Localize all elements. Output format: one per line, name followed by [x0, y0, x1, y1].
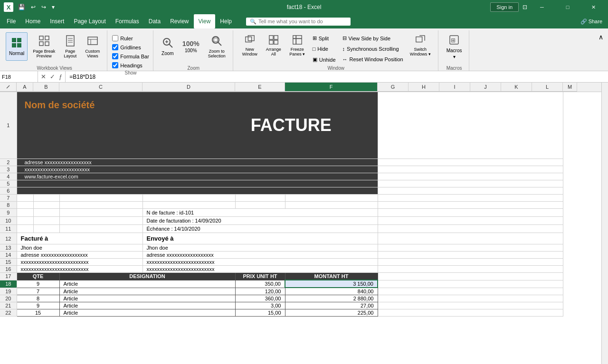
share-button[interactable]: 🔗 WindowShare [580, 19, 602, 25]
quick-access-toolbar[interactable]: 💾 ↩ ↪ ▾ [16, 3, 57, 11]
row-num-11[interactable]: 11 [0, 225, 17, 233]
menu-formulas[interactable]: Formulas [111, 14, 144, 28]
col-header-l[interactable]: L [532, 83, 563, 92]
row-num-1[interactable]: 1 [0, 92, 17, 159]
row22-montant: 225,00 [358, 310, 374, 316]
row-num-15[interactable]: 15 [0, 259, 17, 266]
col-header-e[interactable]: E [235, 83, 285, 92]
split-button[interactable]: ⊞ Split [309, 33, 339, 43]
menu-insert[interactable]: Insert [45, 14, 69, 28]
minimize-button[interactable]: ─ [531, 0, 553, 14]
vertical-scrollbar[interactable] [601, 83, 608, 364]
formula-bar-check[interactable] [112, 53, 118, 59]
row-num-2[interactable]: 2 [0, 159, 17, 166]
col-header-d[interactable]: D [142, 83, 235, 92]
zoom-button[interactable]: Zoom [158, 32, 177, 61]
page-layout-button[interactable]: PageLayout [60, 32, 80, 61]
headings-checkbox[interactable]: Headings [112, 61, 149, 69]
normal-view-button[interactable]: Normal [6, 32, 28, 61]
new-window-button[interactable]: NewWindow [238, 32, 262, 59]
col-header-b[interactable]: B [33, 83, 59, 92]
view-side-by-side-button[interactable]: ⊟ View Side by Side [339, 33, 407, 43]
ruler-check[interactable] [112, 35, 118, 41]
menu-view[interactable]: View [194, 14, 216, 28]
col-header-h[interactable]: H [408, 83, 439, 92]
reset-window-position-button[interactable]: ↔ Reset Window Position [339, 55, 407, 64]
menu-file[interactable]: File [2, 14, 20, 28]
save-button[interactable]: 💾 [16, 3, 27, 11]
row-num-10[interactable]: 10 [0, 217, 17, 225]
headings-check[interactable] [112, 62, 118, 68]
row-num-18[interactable]: 18 [0, 280, 17, 288]
select-all-button[interactable] [0, 83, 17, 92]
row-num-5[interactable]: 5 [0, 180, 17, 187]
redo-button[interactable]: ↪ [39, 3, 48, 11]
col-header-j[interactable]: J [470, 83, 501, 92]
close-button[interactable]: ✕ [582, 0, 604, 14]
row-num-19[interactable]: 19 [0, 288, 17, 295]
name-box[interactable]: F18 [0, 71, 38, 82]
menu-data[interactable]: Data [144, 14, 165, 28]
insert-function-icon[interactable]: ƒ [58, 73, 63, 80]
col-header-g[interactable]: G [378, 83, 408, 92]
menu-review[interactable]: Review [165, 14, 193, 28]
row-num-8[interactable]: 8 [0, 202, 17, 209]
billed-to-header: Facturé à [21, 235, 48, 242]
switch-windows-button[interactable]: SwitchWindows ▾ [407, 32, 434, 59]
row-num-4[interactable]: 4 [0, 173, 17, 180]
macros-button[interactable]: ⊞ Macros ▾ [443, 32, 466, 61]
row-num-22[interactable]: 22 [0, 309, 17, 317]
gridlines-check[interactable] [112, 44, 118, 50]
view-side-by-side-icon: ⊟ [342, 35, 347, 41]
row-num-17[interactable]: 17 [0, 273, 17, 280]
gridlines-checkbox[interactable]: Gridlines [112, 43, 149, 51]
unhide-button[interactable]: ▣ Unhide [309, 55, 339, 65]
row-num-9[interactable]: 9 [0, 209, 17, 217]
row-num-3[interactable]: 3 [0, 166, 17, 173]
cell-f18[interactable]: 3 150,00 [285, 280, 378, 288]
normal-view-label: Normal [9, 51, 24, 56]
hide-button[interactable]: □ Hide [309, 44, 339, 54]
ruler-checkbox[interactable]: Ruler [112, 34, 149, 42]
formula-content[interactable]: =B18*D18 [66, 74, 608, 80]
row-num-7[interactable]: 7 [0, 195, 17, 202]
menu-help[interactable]: Help [215, 14, 237, 28]
table-row: 1 Nom de société FACTURE [0, 92, 577, 159]
synchronous-scrolling-button[interactable]: ↕ Synchronous Scrolling [339, 44, 407, 54]
row-num-20[interactable]: 20 [0, 295, 17, 302]
page-break-preview-button[interactable]: Page BreakPreview [29, 32, 58, 61]
row-num-13[interactable]: 13 [0, 244, 17, 252]
col-header-i[interactable]: I [439, 83, 470, 92]
menu-page-layout[interactable]: Page Layout [69, 14, 110, 28]
sign-in-button[interactable]: Sign in [490, 2, 519, 12]
row-num-16[interactable]: 16 [0, 266, 17, 273]
formula-bar-checkbox[interactable]: Formula Bar [112, 52, 149, 60]
row-num-14[interactable]: 14 [0, 252, 17, 259]
arrange-all-icon [268, 35, 279, 46]
col-header-a[interactable]: A [17, 83, 33, 92]
row-num-6[interactable]: 6 [0, 187, 17, 195]
zoom-100-button[interactable]: 100% 100% [179, 32, 203, 61]
search-input[interactable] [258, 19, 347, 24]
col-header-f[interactable]: F [285, 83, 378, 92]
customize-quick-access-button[interactable]: ▾ [50, 3, 57, 11]
freeze-panes-button[interactable]: FreezePanes ▾ [285, 32, 309, 59]
confirm-formula-icon[interactable]: ✓ [49, 73, 56, 80]
col-header-k[interactable]: K [501, 83, 532, 92]
row-num-21[interactable]: 21 [0, 302, 17, 309]
website: www.facture-excel.com [25, 174, 78, 179]
ribbon-display-options-icon[interactable]: ⊡ [522, 4, 527, 10]
ribbon-collapse-button[interactable]: ∧ [596, 32, 606, 42]
row-num-12[interactable]: 12 [0, 233, 17, 244]
col-header-c[interactable]: C [59, 83, 142, 92]
maximize-button[interactable]: □ [557, 0, 579, 14]
menu-home[interactable]: Home [20, 14, 45, 28]
undo-button[interactable]: ↩ [29, 3, 38, 11]
col-header-m[interactable]: M [563, 83, 577, 92]
custom-views-button[interactable]: CustomViews [82, 32, 103, 61]
zoom-selection-button[interactable]: Zoom toSelection [205, 32, 229, 61]
cancel-formula-icon[interactable]: ✕ [40, 73, 47, 80]
col-prix-header: PRIX UNIT HT [243, 273, 277, 279]
arrange-all-button[interactable]: ArrangeAll [262, 32, 285, 59]
grid-scroll[interactable]: 1 Nom de société FACTURE [0, 92, 601, 364]
